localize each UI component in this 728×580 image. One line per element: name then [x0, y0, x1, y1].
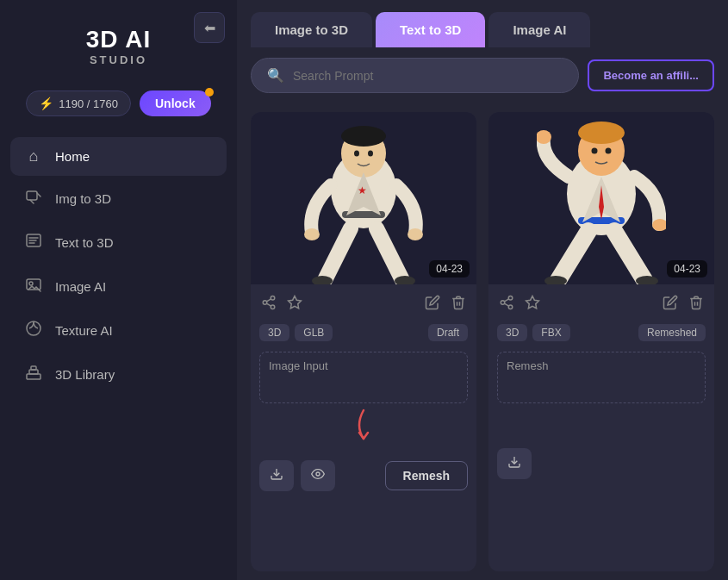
card-2-download-btn[interactable] — [497, 448, 532, 479]
sidebar-stats: ⚡ 1190 / 1760 Unlock — [14, 90, 223, 116]
card-2-date: 04-23 — [667, 260, 707, 278]
svg-point-19 — [263, 301, 267, 305]
card-2-edit-btn[interactable] — [661, 293, 680, 315]
card-1-tag-glb: GLB — [295, 324, 333, 341]
card-1-icons — [251, 284, 476, 321]
card-2-share-btn[interactable] — [497, 293, 516, 315]
svg-point-23 — [316, 472, 320, 476]
sidebar-item-image-ai-label: Image AI — [55, 279, 106, 294]
top-tabs: Image to 3D Text to 3D Image AI — [237, 0, 728, 47]
tab-text-to-3d[interactable]: Text to 3D — [376, 12, 485, 47]
affiliate-button[interactable]: Become an affili... — [588, 59, 714, 91]
card-2-tag-fbx: FBX — [532, 324, 569, 341]
main-content: Image to 3D Text to 3D Image AI 🔍 Become… — [237, 0, 728, 580]
card-2-icons — [488, 284, 714, 321]
svg-rect-0 — [27, 191, 37, 200]
search-input[interactable] — [293, 69, 563, 83]
card-1-delete-btn[interactable] — [449, 293, 468, 315]
back-button[interactable]: ⬅ — [194, 12, 225, 43]
svg-marker-21 — [289, 296, 302, 309]
image-ai-icon — [24, 276, 43, 297]
sidebar-item-img-to-3d[interactable]: Img to 3D — [10, 178, 227, 220]
search-icon: 🔍 — [267, 67, 284, 84]
svg-point-9 — [341, 126, 386, 147]
sidebar-nav: ⌂ Home Img to 3D Text to 3D Image AI T — [0, 130, 237, 580]
svg-point-3 — [29, 282, 33, 285]
search-container: 🔍 — [251, 58, 579, 93]
card-1-image: ★ — [251, 112, 476, 284]
sidebar-item-home[interactable]: ⌂ Home — [10, 137, 227, 176]
card-1-section-label: Image Input — [259, 352, 468, 403]
svg-point-20 — [271, 305, 275, 309]
unlock-notification-dot — [205, 88, 214, 97]
sidebar-item-3d-library-label: 3D Library — [55, 367, 115, 382]
counter-icon: ⚡ — [39, 97, 53, 110]
card-1-status: Draft — [428, 324, 468, 341]
svg-point-32 — [592, 148, 598, 154]
svg-point-36 — [508, 305, 513, 309]
search-row: 🔍 Become an affili... — [237, 47, 728, 103]
card-1-tag-3d: 3D — [259, 324, 289, 341]
card-1-remesh-btn[interactable]: Remesh — [385, 461, 468, 490]
texture-ai-icon — [24, 320, 43, 341]
usage-counter: ⚡ 1190 / 1760 — [26, 90, 131, 116]
3d-library-icon — [24, 364, 43, 385]
svg-point-34 — [508, 296, 513, 301]
sidebar-item-text-to-3d-label: Text to 3D — [55, 235, 114, 250]
card-2-delete-btn[interactable] — [687, 293, 706, 315]
svg-point-33 — [606, 148, 612, 154]
svg-point-18 — [271, 296, 275, 301]
card-1-actions: Remesh — [251, 453, 476, 502]
sidebar-item-img-to-3d-label: Img to 3D — [55, 191, 111, 206]
card-2: 04-23 3D FBX Remeshed — [488, 112, 714, 571]
card-1: ★ — [251, 112, 476, 571]
svg-point-13 — [408, 228, 423, 240]
card-2-actions — [488, 441, 714, 490]
svg-rect-4 — [27, 374, 40, 379]
svg-point-26 — [578, 122, 625, 144]
card-1-edit-btn[interactable] — [423, 293, 442, 315]
sidebar-item-3d-library[interactable]: 3D Library — [10, 353, 227, 396]
tab-image-ai[interactable]: Image AI — [488, 12, 590, 47]
svg-rect-6 — [31, 366, 36, 370]
card-2-image: 04-23 — [488, 112, 714, 284]
card-2-status: Remeshed — [638, 324, 706, 341]
img-to-3d-icon — [24, 188, 43, 209]
tab-image-to-3d[interactable]: Image to 3D — [251, 12, 372, 47]
text-to-3d-icon — [24, 232, 43, 253]
sidebar-item-texture-ai[interactable]: Texture AI — [10, 309, 227, 352]
card-2-section-label: Remesh — [497, 352, 706, 403]
card-2-star-btn[interactable] — [523, 293, 542, 315]
svg-point-16 — [354, 151, 359, 157]
svg-text:★: ★ — [358, 184, 367, 196]
cards-grid: ★ — [237, 103, 728, 580]
card-1-share-btn[interactable] — [259, 293, 278, 315]
svg-point-17 — [368, 151, 373, 157]
sidebar-item-text-to-3d[interactable]: Text to 3D — [10, 221, 227, 264]
sidebar: ⬅ 3D AI STUDIO ⚡ 1190 / 1760 Unlock ⌂ Ho… — [0, 0, 237, 580]
counter-value: 1190 / 1760 — [59, 97, 118, 110]
sidebar-item-image-ai[interactable]: Image AI — [10, 265, 227, 308]
sidebar-item-texture-ai-label: Texture AI — [55, 323, 113, 338]
unlock-button[interactable]: Unlock — [140, 90, 211, 116]
card-1-download-btn[interactable] — [259, 460, 294, 491]
sidebar-item-home-label: Home — [55, 149, 90, 164]
svg-point-12 — [304, 228, 320, 240]
card-1-date: 04-23 — [429, 260, 470, 278]
card-2-tags: 3D FBX Remeshed — [488, 321, 714, 345]
card-1-preview-btn[interactable] — [301, 460, 335, 491]
card-2-tag-3d: 3D — [497, 324, 527, 341]
card-1-star-btn[interactable] — [285, 293, 304, 315]
logo-subtitle: STUDIO — [17, 53, 220, 66]
home-icon: ⌂ — [24, 147, 43, 165]
svg-marker-37 — [526, 296, 539, 309]
svg-point-35 — [501, 301, 505, 305]
card-1-arrow — [251, 408, 476, 448]
logo-title: 3D AI — [17, 26, 220, 53]
card-1-tags: 3D GLB Draft — [251, 321, 476, 345]
